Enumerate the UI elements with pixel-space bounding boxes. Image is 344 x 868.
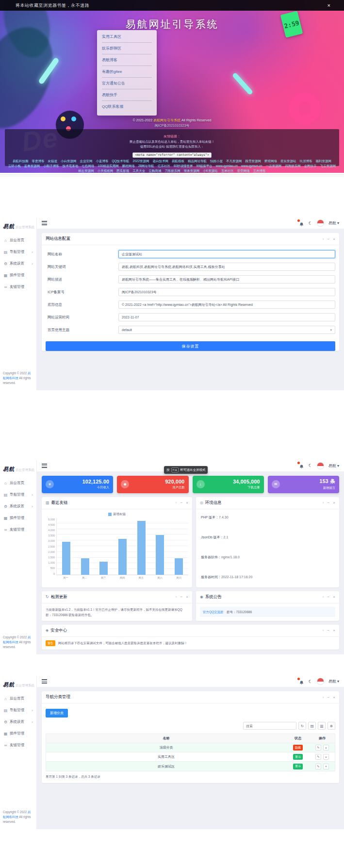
hero-nav-link[interactable]: 实用工具区 [102, 31, 152, 43]
friend-link[interactable]: 星辰资源站 [280, 159, 296, 163]
sidebar-item[interactable]: ⚙ 系统设置 › [0, 258, 36, 269]
friend-link[interactable]: 云轩小栈 [8, 164, 21, 168]
friend-link[interactable]: www.qymun.cn [241, 164, 262, 168]
icp-number[interactable]: 闽ICP备2021010323号 [0, 123, 344, 128]
hero-nav-link[interactable]: QQ联系客服 [102, 101, 152, 113]
friend-link[interactable]: 刀客娱乐网 [164, 169, 180, 173]
hero-nav-link[interactable]: 有趣的gitee [102, 66, 152, 78]
friend-link[interactable]: 四海娱乐网 [285, 164, 301, 168]
sidebar-item[interactable]: ⌂ 后台首页 [0, 234, 36, 246]
card-close-icon[interactable]: × [333, 628, 335, 633]
friend-link[interactable]: 玉米社区 [221, 169, 234, 173]
card-collapse-icon[interactable]: − [328, 595, 330, 599]
friend-link[interactable]: 标志资源网 [78, 169, 94, 173]
friend-link[interactable]: www.qymiao.cn [216, 164, 238, 168]
friend-link[interactable]: 亿乐社区 [158, 164, 170, 168]
friend-link[interactable]: 99链接平台 [197, 164, 213, 168]
card-close-icon[interactable]: × [186, 595, 188, 599]
friend-link[interactable]: 小K资源站 [203, 169, 217, 173]
site-keywords-input[interactable]: 易航,易航科技,易航网址引导系统,易航网络科技,实用工具,模板分享站 [118, 263, 335, 271]
friend-link[interactable]: 小刚子博客 [43, 164, 59, 168]
dark-mode-icon[interactable]: ☾ [309, 221, 312, 226]
friend-link[interactable]: 老白技术网 [153, 159, 169, 163]
sidebar-item[interactable]: ∞ 友链管理 [0, 524, 36, 535]
friend-link[interactable]: 辉煌网络 [264, 159, 277, 163]
card-expand-icon[interactable]: ▫ [323, 595, 324, 599]
hamburger-menu-icon[interactable] [42, 463, 47, 469]
card-expand-icon[interactable]: ▫ [323, 501, 324, 505]
friend-link[interactable]: 精品网址导航 [188, 159, 207, 163]
friend-link[interactable]: 100精选实用网 [98, 164, 118, 168]
friend-link[interactable]: 西瓜影视 [116, 169, 129, 173]
friend-link[interactable]: 残雪资源网 [246, 159, 262, 163]
card-collapse-icon[interactable]: − [328, 695, 330, 700]
friend-link[interactable]: 蓝奏资源网 [24, 164, 40, 168]
delete-icon[interactable]: × [323, 745, 329, 751]
hero-nav-link[interactable]: 易航快手 [102, 89, 152, 101]
user-menu[interactable]: 易航 ▾ [328, 679, 339, 684]
table-tool-button[interactable]: ⊕ [328, 722, 335, 730]
site-name-input[interactable]: 企业版测试站 [118, 250, 335, 258]
card-expand-icon[interactable]: ▫ [323, 237, 324, 241]
site-description-input[interactable]: 易航网址引导系统——集合实用工具、在线视频解析、精品网站导航和API接口 [118, 275, 335, 284]
card-close-icon[interactable]: × [333, 501, 335, 505]
hero-nav-link[interactable]: 易航博客 [102, 54, 152, 66]
sidebar-item[interactable]: ▤ 导航管理 › [0, 489, 36, 501]
hero-nav-link[interactable]: 娱乐群聊区 [102, 43, 152, 54]
friend-link[interactable]: 飞云资源网 [320, 164, 336, 168]
card-collapse-icon[interactable]: − [328, 501, 330, 505]
friend-link[interactable]: 玖涩博客 [300, 159, 312, 163]
friend-link[interactable]: 云购商城 [148, 169, 161, 173]
friend-link[interactable]: 友链屋 [48, 159, 57, 163]
card-collapse-icon[interactable]: − [180, 501, 183, 505]
table-tool-button[interactable]: ↻ [298, 722, 306, 730]
friend-link[interactable]: QQ技术导航 [112, 159, 129, 163]
icp-number-input[interactable]: 闽ICP备2021010323号 [118, 288, 335, 296]
card-close-icon[interactable]: × [333, 237, 335, 241]
edit-icon[interactable]: ✎ [315, 764, 321, 769]
edit-icon[interactable]: ✎ [315, 754, 321, 760]
table-tool-button[interactable]: ▤ [308, 722, 316, 730]
card-expand-icon[interactable]: ▫ [323, 628, 324, 633]
card-collapse-icon[interactable]: − [328, 628, 330, 633]
friend-link[interactable]: 企业官网 [80, 159, 92, 163]
delete-icon[interactable]: × [323, 754, 329, 760]
close-icon[interactable]: × [328, 2, 330, 8]
sidebar-item[interactable]: ∞ 友链管理 [0, 281, 36, 293]
card-expand-icon[interactable]: ▫ [323, 695, 324, 700]
card-collapse-icon[interactable]: − [180, 595, 183, 599]
notifications-bell-icon[interactable] [299, 463, 304, 468]
sidebar-item[interactable]: ▦ 插件管理 [0, 728, 36, 739]
friend-link[interactable]: 易航科技圈 [13, 159, 29, 163]
hamburger-menu-icon[interactable] [42, 678, 47, 684]
friend-link[interactable]: 七色网络 [82, 164, 94, 168]
friend-link[interactable]: 2022资源网 [133, 159, 149, 163]
card-collapse-icon[interactable]: − [328, 237, 330, 241]
friend-link[interactable]: 怡园小屋 [210, 159, 223, 163]
card-expand-icon[interactable]: ▫ [176, 595, 177, 599]
avatar[interactable] [317, 462, 324, 469]
card-expand-icon[interactable]: ▫ [176, 501, 177, 505]
table-tool-button[interactable]: ▥ [318, 722, 326, 730]
notifications-bell-icon[interactable] [299, 220, 304, 226]
site-launch-date-input[interactable]: 2022-11-07 [118, 313, 335, 321]
card-close-icon[interactable]: × [333, 695, 335, 700]
friend-link[interactable]: 小蓝博客 [96, 159, 108, 163]
save-settings-button[interactable]: 保存设置 [46, 341, 335, 351]
friend-link[interactable]: 零度博客 [32, 159, 44, 163]
hamburger-menu-icon[interactable] [42, 220, 47, 226]
friend-link[interactable]: 福利资源网 [316, 159, 332, 163]
notifications-bell-icon[interactable] [299, 679, 304, 684]
sidebar-item[interactable]: ⌂ 后台首页 [0, 693, 36, 704]
friend-link[interactable]: 60秒读懂世界 [174, 164, 193, 168]
qq-group-link[interactable]: 官方QQ交流群 [203, 610, 224, 614]
hero-nav-link[interactable]: 官方通知公告 [102, 78, 152, 89]
user-menu[interactable]: 易航 ▾ [328, 463, 339, 468]
friend-link[interactable]: 工具大全 [132, 169, 145, 173]
sidebar-item[interactable]: ▤ 导航管理 › [0, 704, 36, 716]
theme-select[interactable]: default ▾ [118, 326, 335, 334]
friend-link[interactable]: 鹏程网络 [122, 164, 135, 168]
friend-link[interactable]: 不凡资源网 [226, 159, 242, 163]
friend-link[interactable]: 一品资源网 [266, 164, 282, 168]
friend-link[interactable]: 辣条资源网 [184, 169, 200, 173]
